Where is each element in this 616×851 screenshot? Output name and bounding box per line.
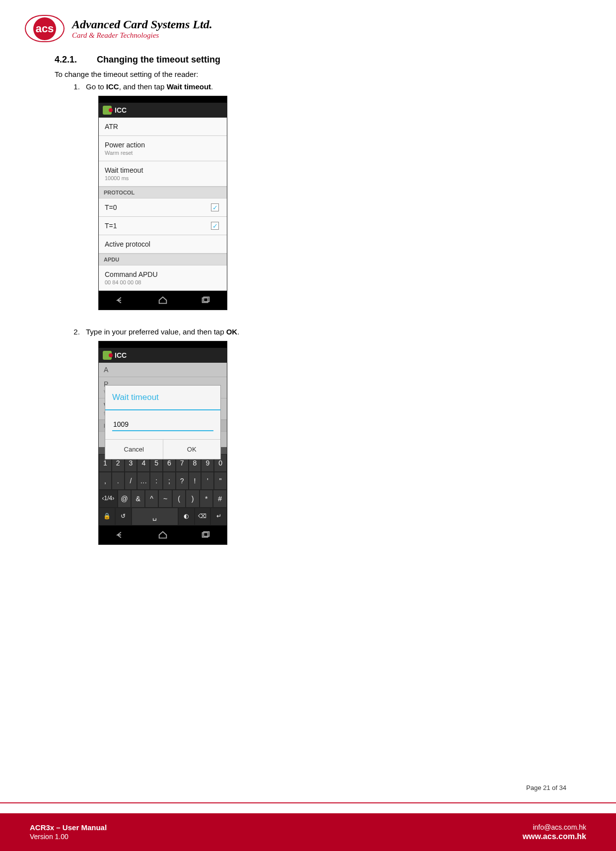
- key-:[interactable]: :: [150, 472, 162, 489]
- screenshot-dialog-keyboard: ICC A PW W99 PROTOCOL Wait timeout: [98, 341, 227, 545]
- key-)[interactable]: ): [186, 490, 199, 507]
- key-‹1/4›[interactable]: ‹1/4›: [99, 490, 117, 507]
- app-icon: [103, 106, 112, 115]
- key-.[interactable]: .: [112, 472, 124, 489]
- key-…[interactable]: …: [137, 472, 149, 489]
- page-number: Page 21 of 34: [526, 784, 566, 791]
- page-footer: ACR3x – User Manual Version 1.00 info@ac…: [0, 802, 616, 851]
- key-lock[interactable]: 🔒: [99, 508, 115, 525]
- row-active-protocol[interactable]: Active protocol: [99, 235, 227, 254]
- section-title: Changing the timeout setting: [97, 55, 220, 65]
- cancel-button[interactable]: Cancel: [105, 440, 163, 459]
- section-number: 4.2.1.: [55, 55, 94, 65]
- wait-timeout-dialog: Wait timeout Cancel OK: [105, 385, 221, 459]
- footer-doc-title: ACR3x – User Manual: [30, 823, 107, 832]
- section-heading: 4.2.1. Changing the timeout setting: [55, 55, 551, 65]
- app-title: ICC: [115, 106, 127, 114]
- key-enter[interactable]: ↵: [211, 508, 226, 525]
- key-#[interactable]: #: [213, 490, 226, 507]
- key-'[interactable]: ': [202, 472, 213, 489]
- intro-text: To change the timeout setting of the rea…: [55, 70, 551, 78]
- key-delete[interactable]: ⌫: [195, 508, 210, 525]
- section-header-protocol: PROTOCOL: [99, 187, 227, 198]
- row-atr[interactable]: ATR: [99, 118, 227, 136]
- key-space[interactable]: ␣: [132, 508, 178, 525]
- key-![interactable]: !: [189, 472, 201, 489]
- screenshot-icc-list: ICC ATR Power actionWarm reset Wait time…: [98, 96, 227, 310]
- key-@[interactable]: @: [118, 490, 131, 507]
- app-titlebar: ICC: [99, 103, 227, 118]
- recent-icon[interactable]: [200, 295, 211, 306]
- key-/[interactable]: /: [125, 472, 137, 489]
- key-?[interactable]: ?: [176, 472, 188, 489]
- footer-version: Version 1.00: [30, 833, 107, 841]
- key-mic[interactable]: ◐: [179, 508, 194, 525]
- company-logo: acs Advanced Card Systems Ltd. Card & Re…: [25, 15, 591, 42]
- key-"[interactable]: ": [214, 472, 226, 489]
- row-command-apdu[interactable]: Command APDU00 84 00 00 08: [99, 265, 227, 291]
- key-~[interactable]: ~: [159, 490, 172, 507]
- checkbox-checked-icon[interactable]: ✓: [211, 222, 219, 230]
- app-titlebar: ICC: [99, 348, 227, 363]
- back-icon[interactable]: [115, 295, 126, 306]
- row-t1[interactable]: T=1✓: [99, 217, 227, 235]
- dialog-title: Wait timeout: [105, 386, 220, 410]
- ok-button[interactable]: OK: [163, 440, 221, 459]
- timeout-input[interactable]: [112, 418, 213, 431]
- checkbox-checked-icon[interactable]: ✓: [211, 203, 219, 211]
- step-2: Type in your preferred value, and then t…: [82, 327, 551, 545]
- row-power-action[interactable]: Power actionWarm reset: [99, 136, 227, 161]
- key-*[interactable]: *: [200, 490, 213, 507]
- logo-tagline: Card & Reader Technologies: [72, 31, 212, 40]
- row-wait-timeout[interactable]: Wait timeout10000 ms: [99, 161, 227, 187]
- key-;[interactable]: ;: [163, 472, 175, 489]
- key-undo[interactable]: ↺: [116, 508, 131, 525]
- key-&[interactable]: &: [132, 490, 144, 507]
- footer-url: www.acs.com.hk: [523, 832, 586, 841]
- step-1: Go to ICC, and then tap Wait timeout. IC…: [82, 82, 551, 310]
- android-navbar: [99, 525, 227, 544]
- row-t0[interactable]: T=0✓: [99, 198, 227, 217]
- section-header-apdu: APDU: [99, 254, 227, 265]
- app-title: ICC: [115, 351, 127, 359]
- android-navbar: [99, 291, 227, 310]
- logo-badge-text: acs: [33, 17, 56, 40]
- home-icon[interactable]: [157, 529, 168, 540]
- home-icon[interactable]: [157, 295, 168, 306]
- key-^[interactable]: ^: [145, 490, 158, 507]
- key-([interactable]: (: [173, 490, 186, 507]
- footer-email: info@acs.com.hk: [523, 823, 586, 831]
- soft-keyboard: 1234567890 ,./…:;?!'" ‹1/4›@&^~()*# 🔒 ↺ …: [99, 454, 227, 525]
- logo-company-name: Advanced Card Systems Ltd.: [72, 18, 212, 31]
- key-,[interactable]: ,: [99, 472, 111, 489]
- app-icon: [103, 351, 112, 360]
- recent-icon[interactable]: [200, 529, 211, 540]
- back-icon[interactable]: [115, 529, 126, 540]
